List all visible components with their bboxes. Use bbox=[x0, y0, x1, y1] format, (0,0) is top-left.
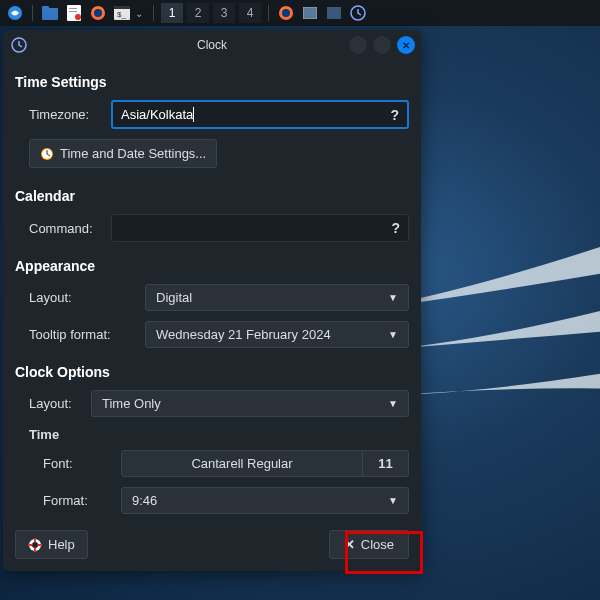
firefox-icon[interactable] bbox=[87, 2, 109, 24]
chevron-down-icon: ▼ bbox=[388, 292, 398, 303]
clock-layout-label: Layout: bbox=[15, 396, 81, 411]
chevron-down-icon: ▼ bbox=[388, 329, 398, 340]
svg-rect-5 bbox=[69, 11, 77, 12]
workspace-4[interactable]: 4 bbox=[239, 3, 261, 23]
svg-rect-14 bbox=[303, 7, 317, 19]
layout-dropdown[interactable]: Digital▼ bbox=[145, 284, 409, 311]
taskbar: $_ ⌄ 1 2 3 4 bbox=[0, 0, 600, 26]
svg-rect-4 bbox=[69, 8, 77, 9]
clock-icon bbox=[11, 37, 27, 53]
lifebuoy-icon bbox=[28, 538, 42, 552]
svg-rect-2 bbox=[42, 6, 49, 10]
svg-point-24 bbox=[33, 542, 38, 547]
timezone-input[interactable]: Asia/Kolkata ? bbox=[111, 100, 409, 129]
font-size-button[interactable]: 11 bbox=[363, 450, 409, 477]
chevron-down-icon: ▼ bbox=[388, 495, 398, 506]
help-icon[interactable]: ? bbox=[390, 107, 399, 123]
svg-text:$_: $_ bbox=[117, 10, 126, 19]
apps-menu-icon[interactable] bbox=[4, 2, 26, 24]
close-icon: ✕ bbox=[344, 537, 355, 552]
time-settings-heading: Time Settings bbox=[15, 74, 409, 90]
workspace-2[interactable]: 2 bbox=[187, 3, 209, 23]
font-button[interactable]: Cantarell Regular bbox=[121, 450, 363, 477]
help-icon[interactable]: ? bbox=[391, 220, 400, 236]
svg-rect-10 bbox=[114, 6, 130, 9]
dialog-title: Clock bbox=[197, 38, 227, 52]
format-dropdown[interactable]: 9:46▼ bbox=[121, 487, 409, 514]
clock-settings-icon bbox=[40, 147, 54, 161]
svg-point-6 bbox=[75, 14, 81, 20]
chevron-down-icon: ▼ bbox=[388, 398, 398, 409]
help-button[interactable]: Help bbox=[15, 530, 88, 559]
terminal-icon[interactable]: $_ bbox=[111, 2, 133, 24]
workspace-3[interactable]: 3 bbox=[213, 3, 235, 23]
clock-options-heading: Clock Options bbox=[15, 364, 409, 380]
timezone-label: Timezone: bbox=[15, 107, 101, 122]
chevron-down-icon[interactable]: ⌄ bbox=[135, 8, 147, 19]
tooltip-format-dropdown[interactable]: Wednesday 21 February 2024▼ bbox=[145, 321, 409, 348]
clock-layout-dropdown[interactable]: Time Only▼ bbox=[91, 390, 409, 417]
close-button[interactable]: ✕ Close bbox=[329, 530, 409, 559]
titlebar-close-button[interactable] bbox=[397, 36, 415, 54]
svg-rect-15 bbox=[327, 7, 341, 19]
svg-point-8 bbox=[94, 9, 102, 17]
appearance-heading: Appearance bbox=[15, 258, 409, 274]
clock-properties-dialog: Clock Time Settings Timezone: Asia/Kolka… bbox=[3, 30, 421, 571]
clock-tray-icon[interactable] bbox=[347, 2, 369, 24]
workspace-1[interactable]: 1 bbox=[161, 3, 183, 23]
calendar-heading: Calendar bbox=[15, 188, 409, 204]
minimize-button[interactable] bbox=[349, 36, 367, 54]
time-subheading: Time bbox=[15, 427, 409, 442]
svg-point-13 bbox=[282, 9, 290, 17]
firefox-tray-icon[interactable] bbox=[275, 2, 297, 24]
desktop-tray-icon[interactable] bbox=[323, 2, 345, 24]
titlebar[interactable]: Clock bbox=[3, 30, 421, 60]
command-input[interactable]: ? bbox=[111, 214, 409, 242]
command-label: Command: bbox=[15, 221, 101, 236]
maximize-button[interactable] bbox=[373, 36, 391, 54]
tooltip-format-label: Tooltip format: bbox=[15, 327, 135, 342]
layout-label: Layout: bbox=[15, 290, 135, 305]
time-date-settings-button[interactable]: Time and Date Settings... bbox=[29, 139, 217, 168]
font-label: Font: bbox=[15, 456, 111, 471]
format-label: Format: bbox=[15, 493, 111, 508]
window-tray-icon[interactable] bbox=[299, 2, 321, 24]
editor-icon[interactable] bbox=[63, 2, 85, 24]
files-icon[interactable] bbox=[39, 2, 61, 24]
